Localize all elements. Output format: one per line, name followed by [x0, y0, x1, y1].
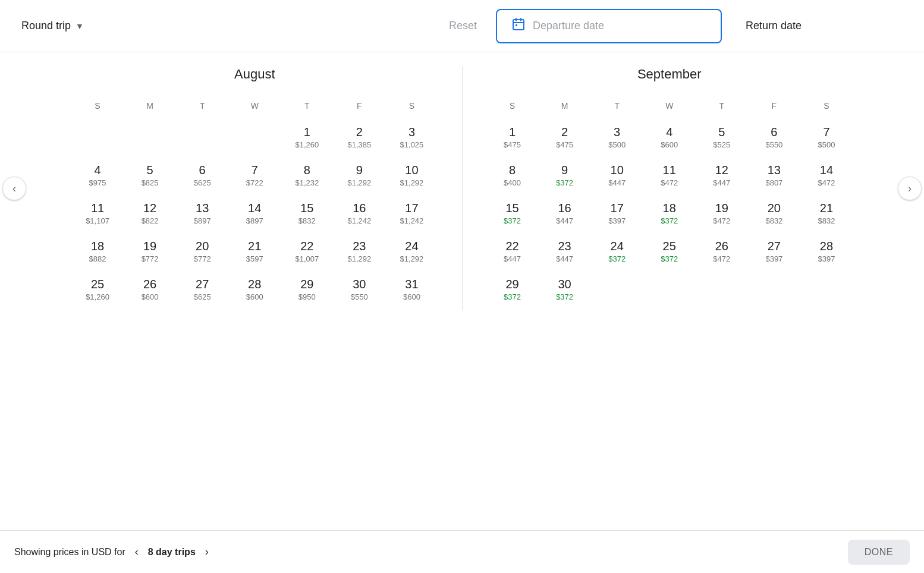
day-cell[interactable]: 28$600: [228, 272, 281, 310]
trip-duration-nav: ‹ 8 day trips ›: [130, 543, 213, 561]
day-cell[interactable]: 10$447: [591, 158, 643, 196]
day-cell[interactable]: 16$447: [539, 196, 591, 234]
day-cell[interactable]: 8$1,232: [281, 158, 333, 196]
day-cell[interactable]: 22$1,007: [281, 234, 333, 272]
day-cell[interactable]: 29$950: [281, 272, 333, 310]
day-cell[interactable]: 3$1,025: [385, 120, 438, 158]
day-cell[interactable]: 9$1,292: [333, 158, 385, 196]
day-header: W: [228, 96, 281, 120]
day-cell[interactable]: 13$897: [176, 196, 228, 234]
day-cell[interactable]: 4$600: [643, 120, 696, 158]
day-price: $1,292: [400, 178, 424, 187]
day-cell[interactable]: 31$600: [385, 272, 438, 310]
day-cell[interactable]: 1$475: [486, 120, 539, 158]
day-cell[interactable]: 23$1,292: [333, 234, 385, 272]
day-price: $1,107: [86, 216, 109, 225]
day-cell[interactable]: 26$472: [696, 234, 748, 272]
day-number: 9: [356, 163, 363, 177]
day-number: 20: [196, 239, 209, 253]
day-cell[interactable]: 29$372: [486, 272, 539, 310]
calendar-container: August SMTWTFS1$1,2602$1,3853$1,0254$975…: [36, 52, 888, 325]
day-header: S: [385, 96, 438, 120]
decrease-duration-button[interactable]: ‹: [130, 543, 143, 561]
departure-date-button[interactable]: Departure date: [496, 9, 722, 43]
day-header: M: [539, 96, 591, 120]
day-cell[interactable]: 12$447: [696, 158, 748, 196]
header: Round trip ▼ Reset Departure date Return…: [0, 0, 924, 52]
day-cell[interactable]: 27$397: [748, 234, 800, 272]
day-cell[interactable]: 23$447: [539, 234, 591, 272]
showing-label: Showing prices in USD for: [14, 547, 125, 558]
day-price: $600: [142, 292, 159, 301]
day-cell[interactable]: 5$825: [124, 158, 176, 196]
day-cell[interactable]: 18$882: [71, 234, 124, 272]
august-title: August: [71, 67, 438, 82]
day-cell[interactable]: 22$447: [486, 234, 539, 272]
day-cell[interactable]: 20$772: [176, 234, 228, 272]
day-cell[interactable]: 2$1,385: [333, 120, 385, 158]
day-price: $625: [194, 292, 211, 301]
day-cell[interactable]: 21$597: [228, 234, 281, 272]
day-cell[interactable]: 25$1,260: [71, 272, 124, 310]
day-cell[interactable]: 14$472: [800, 158, 853, 196]
day-cell[interactable]: 28$397: [800, 234, 853, 272]
day-cell: [71, 120, 124, 158]
day-number: 30: [558, 277, 571, 291]
day-cell[interactable]: 8$400: [486, 158, 539, 196]
day-cell[interactable]: 16$1,242: [333, 196, 385, 234]
day-cell[interactable]: 17$1,242: [385, 196, 438, 234]
day-cell[interactable]: 11$1,107: [71, 196, 124, 234]
day-cell[interactable]: 4$975: [71, 158, 124, 196]
day-cell[interactable]: 19$772: [124, 234, 176, 272]
round-trip-button[interactable]: Round trip ▼: [14, 15, 91, 37]
next-month-button[interactable]: ›: [898, 177, 922, 200]
day-cell[interactable]: 6$625: [176, 158, 228, 196]
day-number: 5: [147, 163, 153, 177]
day-cell[interactable]: 15$372: [486, 196, 539, 234]
day-cell[interactable]: 10$1,292: [385, 158, 438, 196]
day-price: $1,232: [295, 178, 319, 187]
day-cell[interactable]: 3$500: [591, 120, 643, 158]
day-cell[interactable]: 20$832: [748, 196, 800, 234]
day-price: $372: [661, 216, 678, 225]
day-cell[interactable]: 6$550: [748, 120, 800, 158]
day-cell[interactable]: 1$1,260: [281, 120, 333, 158]
day-cell[interactable]: 17$397: [591, 196, 643, 234]
day-cell[interactable]: 11$472: [643, 158, 696, 196]
day-number: 15: [300, 201, 313, 215]
day-price: $882: [89, 254, 106, 263]
done-button[interactable]: DONE: [848, 540, 910, 565]
day-price: $372: [504, 216, 521, 225]
day-cell[interactable]: 18$372: [643, 196, 696, 234]
reset-button[interactable]: Reset: [439, 15, 486, 37]
day-cell[interactable]: 13$807: [748, 158, 800, 196]
day-number: 21: [820, 201, 833, 215]
day-number: 24: [611, 239, 624, 253]
day-cell[interactable]: 19$472: [696, 196, 748, 234]
svg-rect-1: [516, 24, 517, 26]
day-cell[interactable]: 27$625: [176, 272, 228, 310]
day-cell[interactable]: 21$832: [800, 196, 853, 234]
day-cell[interactable]: 26$600: [124, 272, 176, 310]
day-cell[interactable]: 2$475: [539, 120, 591, 158]
day-cell[interactable]: 9$372: [539, 158, 591, 196]
increase-duration-button[interactable]: ›: [200, 543, 213, 561]
day-cell[interactable]: 12$822: [124, 196, 176, 234]
day-price: $525: [713, 140, 730, 149]
day-cell[interactable]: 24$372: [591, 234, 643, 272]
day-cell[interactable]: 25$372: [643, 234, 696, 272]
prev-month-button[interactable]: ‹: [2, 177, 26, 200]
day-cell[interactable]: 24$1,292: [385, 234, 438, 272]
day-price: $550: [765, 140, 782, 149]
day-price: $472: [661, 178, 678, 187]
chevron-down-icon: ▼: [76, 21, 84, 31]
day-price: $897: [194, 216, 211, 225]
day-cell[interactable]: 14$897: [228, 196, 281, 234]
day-cell[interactable]: 7$722: [228, 158, 281, 196]
day-cell[interactable]: 5$525: [696, 120, 748, 158]
day-cell[interactable]: 15$832: [281, 196, 333, 234]
day-cell[interactable]: 7$500: [800, 120, 853, 158]
return-date-button[interactable]: Return date: [731, 12, 910, 39]
day-cell[interactable]: 30$550: [333, 272, 385, 310]
day-cell[interactable]: 30$372: [539, 272, 591, 310]
